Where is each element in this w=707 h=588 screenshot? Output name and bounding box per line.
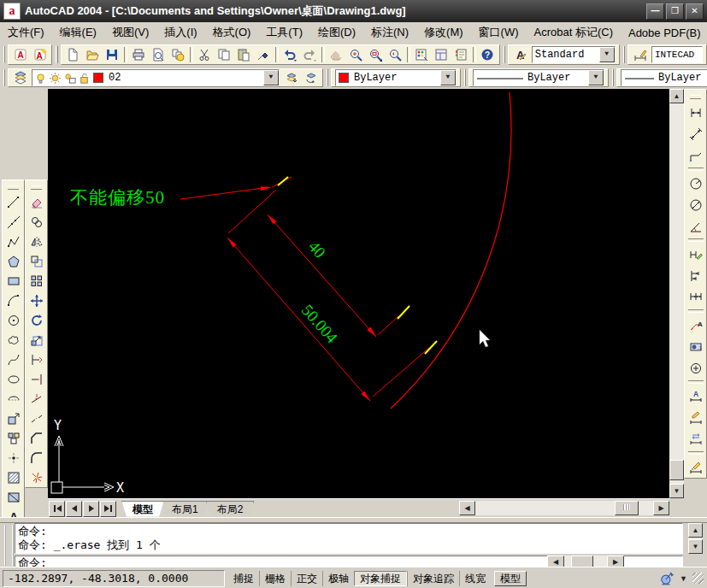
tolerance-button[interactable]: .1 <box>686 336 705 357</box>
line-button[interactable] <box>3 192 23 212</box>
dimension-edit-button[interactable] <box>686 407 705 428</box>
toolbar-grip[interactable] <box>3 69 5 86</box>
toolbar-grip[interactable] <box>3 46 5 63</box>
print-button[interactable] <box>129 46 149 64</box>
toolbar-grip[interactable] <box>504 46 505 63</box>
designcenter-button[interactable] <box>432 46 451 64</box>
polygon-button[interactable] <box>3 251 23 271</box>
color-combo[interactable]: ByLayer ▼ <box>335 69 457 86</box>
quick-dimension-button[interactable] <box>686 244 705 265</box>
vertical-scroll-thumb[interactable] <box>669 460 684 480</box>
scroll-left-icon[interactable]: ◀ <box>459 501 475 515</box>
pan-button[interactable] <box>327 46 346 64</box>
command-scroll-thumb[interactable] <box>571 556 593 567</box>
toolbar-grip[interactable] <box>623 46 625 63</box>
tab-layout1[interactable]: 布局1 <box>161 501 209 517</box>
menu-modify[interactable]: 修改(M) <box>416 23 471 42</box>
erase-button[interactable] <box>27 192 46 212</box>
tab-last-icon[interactable] <box>100 501 116 517</box>
extension-line[interactable] <box>228 190 276 233</box>
menu-view[interactable]: 视图(V) <box>104 23 156 42</box>
polyline-button[interactable] <box>3 232 23 251</box>
break-button[interactable] <box>27 409 46 428</box>
tab-prev-icon[interactable] <box>66 501 82 517</box>
zoom-previous-button[interactable] <box>386 46 405 64</box>
menu-window[interactable]: 窗口(W) <box>471 23 527 42</box>
layer-properties-button[interactable] <box>10 69 30 87</box>
text-style-combo[interactable]: Standard ▼ <box>532 46 616 63</box>
tab-first-icon[interactable] <box>49 501 65 517</box>
extend-button[interactable] <box>27 369 46 389</box>
vertical-scrollbar[interactable]: ▲ ▼ <box>669 89 684 498</box>
scale-button[interactable] <box>27 330 46 350</box>
menu-adobe-pdf[interactable]: Adobe PDF(B) <box>621 25 707 41</box>
leader-line[interactable] <box>180 188 263 199</box>
print-preview-button[interactable] <box>149 46 168 64</box>
insert-block-button[interactable] <box>3 409 23 428</box>
region-button[interactable] <box>3 487 23 507</box>
cut-button[interactable] <box>195 46 215 64</box>
menu-insert[interactable]: 插入(I) <box>156 23 204 42</box>
toggle-model-space[interactable]: 模型 <box>494 571 527 586</box>
quick-leader-button[interactable]: A <box>686 315 705 336</box>
menu-format[interactable]: 格式(O) <box>205 23 259 42</box>
extension-line[interactable] <box>378 316 398 335</box>
chevron-down-icon[interactable]: ▼ <box>599 47 615 62</box>
lineweight-combo[interactable]: ByLayer <box>621 69 707 86</box>
chevron-down-icon[interactable]: ▼ <box>440 70 456 85</box>
undo-button[interactable] <box>280 46 300 64</box>
menu-acrobat-markups[interactable]: Acrobat 标记(C) <box>527 23 621 42</box>
dimension-update-button[interactable] <box>686 428 705 450</box>
toggle-lineweight[interactable]: 线宽 <box>459 571 491 586</box>
command-vertical-scrollbar[interactable]: ▲ ▼ <box>688 523 703 554</box>
dimension-text-edit-button[interactable]: A <box>686 385 705 407</box>
diameter-dimension-button[interactable] <box>686 194 705 215</box>
offset-button[interactable] <box>27 251 46 271</box>
freeze-viewport-icon[interactable] <box>63 72 76 85</box>
toggle-grid[interactable]: 栅格 <box>259 571 291 586</box>
menu-edit[interactable]: 编辑(E) <box>52 23 104 42</box>
ellipse-button[interactable] <box>3 369 23 389</box>
fillet-button[interactable] <box>27 448 46 467</box>
dimension-line-50[interactable] <box>227 238 370 401</box>
tab-layout2[interactable]: 布局2 <box>206 501 255 517</box>
close-icon[interactable]: ✕ <box>686 3 704 20</box>
convert-to-pdf-and-email-button[interactable]: A <box>30 46 50 64</box>
scroll-left-icon[interactable]: ◀ <box>547 556 564 567</box>
new-button[interactable] <box>63 46 83 64</box>
paste-button[interactable] <box>234 46 254 64</box>
construction-line-button[interactable] <box>3 212 23 232</box>
point-button[interactable] <box>3 448 23 467</box>
tab-model[interactable]: 模型 <box>121 501 164 517</box>
unlock-icon[interactable] <box>78 72 91 85</box>
copy-button[interactable] <box>215 46 234 64</box>
tool-palettes-button[interactable] <box>451 46 471 64</box>
toggle-osnap[interactable]: 对象捕捉 <box>354 571 407 586</box>
menu-file[interactable]: 文件(F) <box>0 23 52 42</box>
dimension-style-button[interactable] <box>686 456 705 478</box>
linear-dimension-button[interactable] <box>686 102 705 123</box>
communication-center-icon[interactable] <box>659 571 675 586</box>
radius-dimension-button[interactable] <box>686 173 705 194</box>
layer-previous-button[interactable] <box>301 69 321 87</box>
tray-dropdown-icon[interactable]: ▼ <box>680 574 687 583</box>
copy-object-button[interactable] <box>27 212 46 232</box>
break-at-point-button[interactable] <box>27 389 46 409</box>
ellipse-arc-button[interactable] <box>3 389 23 409</box>
toggle-polar[interactable]: 极轴 <box>322 571 354 586</box>
open-button[interactable] <box>83 46 103 64</box>
spline-button[interactable] <box>3 350 23 369</box>
save-button[interactable] <box>103 46 122 64</box>
chevron-down-icon[interactable]: ▼ <box>588 70 604 85</box>
text-style-button[interactable]: A <box>510 46 530 64</box>
extension-line[interactable] <box>373 348 429 397</box>
toolbar-grip[interactable] <box>464 69 466 86</box>
menu-tools[interactable]: 工具(T) <box>258 23 310 42</box>
maximize-icon[interactable]: ❐ <box>666 3 684 20</box>
scroll-up-icon[interactable]: ▲ <box>688 523 703 538</box>
publish-button[interactable] <box>168 46 188 64</box>
tab-next-icon[interactable] <box>83 501 99 517</box>
toggle-snap[interactable]: 捕捉 <box>228 571 259 586</box>
toolbar-grip[interactable] <box>327 69 328 86</box>
make-object-layer-current-button[interactable] <box>281 69 301 87</box>
